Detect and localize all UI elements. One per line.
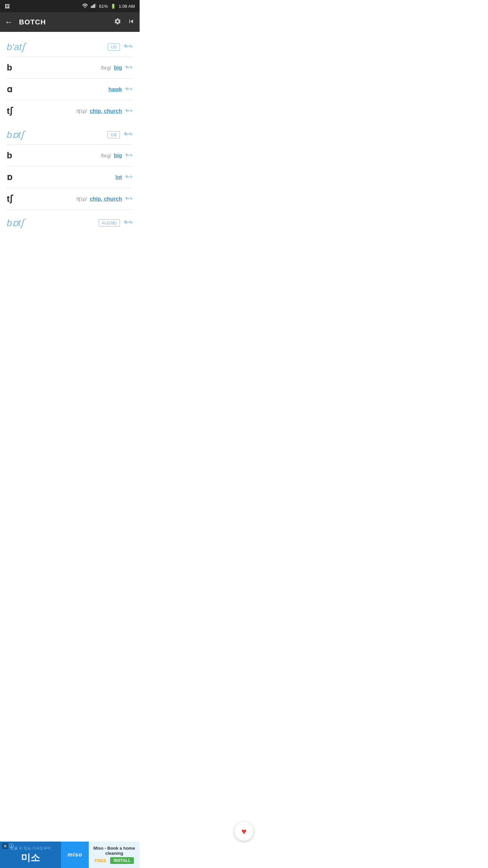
app-header: ← BOTCH [0,12,140,32]
phoneme-tf1-word[interactable]: chip, church [90,108,122,114]
au-region-badge[interactable]: AU(GB) [99,219,120,226]
phoneme-a-symbol: ɑ [7,84,20,95]
ad-title: Miso - Book a home cleaning [92,846,137,856]
phoneme-b1-word[interactable]: big [114,65,122,71]
gb-wave-button[interactable] [123,131,133,139]
ad-close-button[interactable]: ✕ [2,843,8,849]
phoneme-b2-right: /bɪg/ big [101,152,133,159]
ad-info-icon[interactable]: ⓘ [9,843,14,849]
svg-rect-3 [93,4,94,8]
back-button[interactable]: ← [5,17,13,27]
us-region-badge[interactable]: US [108,43,120,51]
ad-install-button[interactable]: INSTALL [110,857,134,864]
phoneme-b2-row: b /bɪg/ big [7,144,133,166]
svg-rect-4 [94,4,95,8]
main-content: b'atʃ US b /bɪg/ big ɑ hawk [0,32,140,233]
ad-korean-main: 미소 [21,851,40,864]
gb-pron-actions: GB [107,131,133,139]
phoneme-tf2-wave[interactable] [125,195,133,203]
time-display: 1:06 AM [119,4,135,9]
phoneme-b2-ipa: /bɪg/ [101,153,111,159]
phoneme-a-word[interactable]: hawk [108,86,122,93]
ad-free-label: FREE [95,858,106,863]
phoneme-tf1-ipa: /tʃɪp/ [76,108,87,114]
ad-banner[interactable]: 믿을 수 있는 가사도우미 미소 miso Miso - Book a home… [0,842,140,868]
svg-point-0 [85,7,86,8]
phoneme-b1-ipa: /bɪg/ [101,65,111,71]
battery-text: 61% [99,4,108,9]
settings-icon[interactable] [114,18,121,27]
phoneme-b1-wave[interactable] [125,64,133,72]
ad-action-row: FREE INSTALL [95,857,134,864]
phoneme-b2-wave[interactable] [125,152,133,159]
ad-middle-logo: miso [61,842,89,868]
au-pron-text: bɒtʃ [7,217,24,229]
gb-region-badge[interactable]: GB [107,131,120,138]
ad-close-area: ✕ ⓘ [2,843,14,849]
header-icons [114,18,135,27]
phoneme-o-wave[interactable] [125,173,133,181]
phoneme-o-symbol: ɒ [7,172,20,182]
ad-korean-subtitle: 믿을 수 있는 가사도우미 [10,846,50,851]
phoneme-b1-right: /bɪg/ big [101,64,133,72]
phoneme-o-word[interactable]: lot [115,174,122,180]
phoneme-tf2-word[interactable]: chip, church [90,196,122,202]
phoneme-o-right: lot [115,173,133,181]
gb-pron-text: bɒtʃ [7,129,24,140]
au-pronunciation-row: bɒtʃ AU(GB) [7,210,133,233]
phoneme-tf2-right: /tʃɪp/ chip, church [76,195,133,203]
phoneme-b2-symbol: b [7,150,20,161]
phoneme-tf2-symbol: tʃ [7,194,20,204]
phoneme-tf1-wave[interactable] [125,107,133,115]
us-pronunciation-row: b'atʃ US [7,35,133,57]
us-wave-button[interactable] [123,43,133,51]
phoneme-a-row: ɑ hawk [7,78,133,100]
ad-logo-text: miso [67,851,82,858]
signal-icon [91,3,96,9]
us-pron-actions: US [108,43,133,51]
phoneme-tf2-ipa: /tʃɪp/ [76,196,87,202]
phoneme-b2-word[interactable]: big [114,153,122,159]
phoneme-o-row: ɒ lot [7,166,133,188]
skip-back-icon[interactable] [127,18,135,27]
phoneme-b1-symbol: b [7,62,20,73]
phoneme-tf1-right: /tʃɪp/ chip, church [76,107,133,115]
ad-right-section[interactable]: Miso - Book a home cleaning FREE INSTALL [89,842,140,868]
au-wave-button[interactable] [123,219,133,227]
phoneme-tf1-row: tʃ /tʃɪp/ chip, church [7,100,133,122]
phoneme-a-wave[interactable] [125,85,133,93]
phoneme-b1-row: b /bɪg/ big [7,57,133,78]
au-pron-actions: AU(GB) [99,219,133,227]
status-bar: 🖼 61% 🔋 1:06 AM [0,0,140,12]
us-pron-text: b'atʃ [7,41,25,53]
svg-rect-5 [95,3,96,8]
phoneme-tf2-row: tʃ /tʃɪp/ chip, church [7,188,133,210]
image-icon: 🖼 [5,3,10,9]
wifi-icon [82,3,88,9]
svg-rect-1 [91,6,92,8]
phoneme-a-right: hawk [108,85,133,93]
page-title: BOTCH [19,18,114,26]
gb-pronunciation-row: bɒtʃ GB [7,122,133,144]
svg-rect-2 [92,5,93,8]
phoneme-tf1-symbol: tʃ [7,106,20,116]
battery-icon: 🔋 [110,4,116,9]
